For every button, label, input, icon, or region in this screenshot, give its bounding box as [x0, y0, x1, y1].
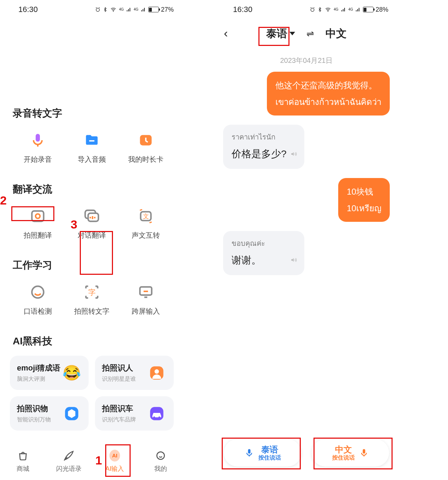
ai-card-subtitle: 识别明星是谁 — [102, 375, 136, 383]
message-me-2[interactable]: 10块钱 10เหรียญ — [338, 178, 390, 222]
dialogue-icon — [82, 206, 102, 226]
message-me-1[interactable]: 他这个还蛮高级的我觉得。 เขาค่อนข้างก้าวหน้าฉันคิดว่… — [267, 72, 390, 115]
ai-card-title: 拍照识物 — [17, 403, 51, 414]
signal-icon — [126, 7, 132, 12]
right-screenshot: 16:30 4G 4G 28% ‹ 泰语 ⇌ 中文 2023年04月21日 他这… — [215, 0, 398, 480]
item-start-record[interactable]: 开始录音 — [13, 128, 63, 169]
emoji-icon: 😂 — [62, 363, 82, 383]
status-time: 16:30 — [18, 5, 38, 14]
message-text: 他这个还蛮高级的我觉得。 — [275, 79, 381, 92]
nav-label: 闪光语录 — [56, 464, 82, 473]
annotation-box-1 — [105, 444, 131, 477]
back-button[interactable]: ‹ — [224, 26, 228, 40]
folder-icon — [82, 130, 102, 150]
annotation-number-3: 3 — [71, 218, 77, 231]
nav-quotes[interactable]: 闪光语录 — [46, 448, 92, 473]
left-screenshot: 16:30 4G 4G 27% 录音转文字 开始录音 — [0, 0, 184, 480]
cube-icon — [62, 404, 82, 423]
battery-icon — [363, 7, 374, 12]
ai-card-object[interactable]: 拍照识物 智能识别万物 — [10, 396, 89, 431]
message-translation: 价格是多少? — [232, 146, 296, 161]
swap-languages-button[interactable]: ⇌ — [306, 28, 314, 39]
status-bar: 16:30 4G 4G 28% — [215, 0, 398, 19]
message-text: 10块钱 — [347, 185, 381, 198]
svg-point-22 — [311, 8, 314, 11]
speaker-icon[interactable] — [289, 149, 298, 162]
annotation-box-2 — [11, 206, 54, 221]
message-translation: 谢谢。 — [232, 253, 296, 268]
status-time: 16:30 — [233, 5, 252, 14]
annotation-box-voice-right — [313, 438, 393, 469]
target-language[interactable]: 中文 — [325, 26, 347, 41]
status-indicators: 4G 4G 27% — [95, 6, 174, 13]
item-speaking-check[interactable]: 口语检测 — [13, 280, 63, 321]
voice-swap-icon: 文 — [136, 206, 156, 226]
message-translation: เขาค่อนข้างก้าวหน้าฉันคิดว่า — [275, 95, 381, 108]
nav-label: 商城 — [17, 464, 29, 473]
svg-point-15 — [155, 369, 159, 374]
ai-card-title: 拍照识人 — [102, 363, 136, 373]
chat-container: 他这个还蛮高级的我觉得。 เขาค่อนข้างก้าวหน้าฉันคิดว่… — [215, 65, 398, 275]
section-ai: AI黑科技 — [0, 334, 184, 348]
bottom-nav: 商城 闪光语录 AI AI输入 我的 — [0, 441, 184, 480]
speaker-icon[interactable] — [289, 255, 298, 268]
section-audio: 录音转文字 开始录音 导入音频 我的时长卡 — [0, 107, 184, 169]
annotation-box-voice-left — [222, 438, 301, 469]
section-title-audio: 录音转文字 — [13, 107, 171, 120]
item-photo-to-text[interactable]: 字 拍照转文字 — [67, 280, 117, 321]
svg-point-11 — [32, 286, 44, 298]
annotation-box-3 — [80, 231, 113, 275]
message-text: ขอบคุณค่ะ — [232, 238, 296, 249]
signal-icon — [341, 7, 346, 12]
feather-icon — [61, 448, 76, 463]
ocr-icon: 字 — [82, 282, 102, 302]
wifi-icon — [110, 7, 117, 12]
bag-icon — [16, 448, 30, 463]
message-translation: 10เหรียญ — [347, 202, 381, 215]
annotation-box-lang — [258, 27, 289, 46]
nav-mine[interactable]: 我的 — [138, 448, 184, 473]
car-icon — [147, 404, 167, 423]
ai-card-subtitle: 智能识别万物 — [17, 416, 51, 423]
nav-store[interactable]: 商城 — [0, 448, 46, 473]
ai-card-title: 拍照识车 — [102, 403, 136, 414]
item-label: 开始录音 — [24, 155, 52, 164]
section-title-ai: AI黑科技 — [10, 334, 174, 348]
signal-icon-2 — [141, 7, 146, 12]
ai-card-face[interactable]: 拍照识人 识别明星是谁 — [95, 356, 174, 390]
svg-point-18 — [153, 416, 155, 418]
chevron-down-icon — [289, 32, 295, 35]
message-other-1[interactable]: ราคาเท่าไรนัก 价格是多少? — [223, 125, 304, 168]
item-label: 拍照转文字 — [74, 307, 109, 316]
chat-date: 2023年04月21日 — [215, 56, 398, 65]
svg-point-19 — [159, 416, 160, 418]
nav-label: 我的 — [154, 464, 167, 473]
annotation-number-1: 1 — [95, 454, 102, 467]
smile-outline-icon — [153, 448, 168, 463]
ai-card-emoji[interactable]: emoji猜成语 脑洞大评测 😂 — [10, 356, 89, 390]
ai-card-title: emoji猜成语 — [17, 363, 60, 373]
annotation-number-2: 2 — [0, 194, 7, 207]
ai-card-subtitle: 脑洞大评测 — [17, 375, 60, 383]
battery-pct: 27% — [161, 6, 174, 13]
status-bar: 16:30 4G 4G 27% — [0, 0, 184, 19]
section-title-translate: 翻译交流 — [13, 183, 171, 196]
message-other-2[interactable]: ขอบคุณค่ะ 谢谢。 — [223, 231, 304, 275]
svg-text:字: 字 — [88, 288, 95, 296]
alarm-icon — [95, 7, 101, 12]
svg-rect-2 — [36, 134, 40, 142]
bluetooth-icon — [317, 7, 322, 12]
battery-icon — [148, 7, 159, 12]
item-time-card[interactable]: 我的时长卡 — [120, 128, 171, 169]
item-cross-screen-input[interactable]: 跨屏输入 — [120, 280, 171, 321]
item-label: 我的时长卡 — [128, 155, 163, 164]
alarm-icon — [310, 7, 315, 12]
svg-text:文: 文 — [143, 213, 149, 220]
signal-icon-2 — [355, 7, 361, 12]
mic-icon — [28, 130, 48, 150]
item-label: 口语检测 — [24, 307, 52, 316]
item-label: 拍照翻译 — [24, 231, 52, 240]
ai-card-car[interactable]: 拍照识车 识别汽车品牌 — [95, 396, 174, 431]
item-import-audio[interactable]: 导入音频 — [67, 128, 117, 169]
item-voice-text-swap[interactable]: 文 声文互转 — [120, 204, 171, 245]
